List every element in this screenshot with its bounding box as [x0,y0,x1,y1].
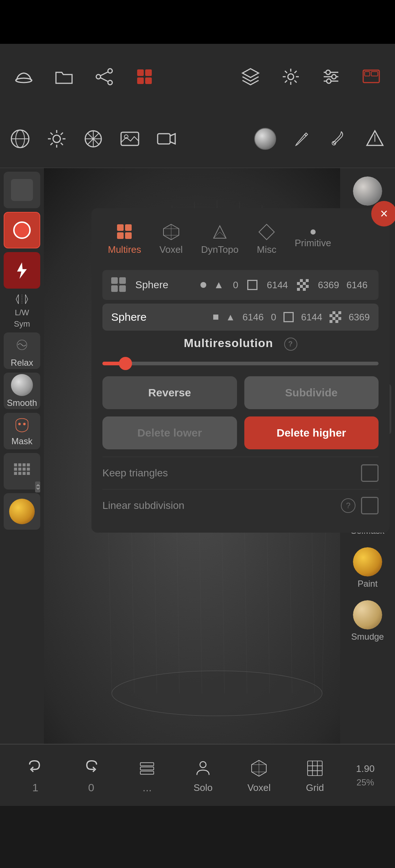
svg-rect-93 [119,277,126,284]
solo-label: Solo [193,782,212,793]
delete-lower-button[interactable]: Delete lower [102,416,237,449]
reverse-button[interactable]: Reverse [102,376,237,409]
left-tool-1[interactable] [4,172,40,208]
smooth-label: Smooth [7,398,37,408]
svg-rect-81 [117,232,124,239]
close-button[interactable]: × [371,201,395,226]
bottom-solo[interactable]: Solo [175,745,231,806]
triangle-nav-icon[interactable] [362,126,388,152]
multires-popup: × Multires [91,208,390,533]
svg-point-99 [200,761,206,768]
left-tool-sphere-gold[interactable] [4,493,40,530]
svg-text:...: ... [142,83,147,87]
sun-icon[interactable] [44,126,69,152]
help-icon-title[interactable]: ? [284,338,297,351]
linear-subdivision-checkbox[interactable] [361,497,379,514]
svg-rect-75 [23,472,26,475]
svg-rect-70 [18,468,21,471]
voxel-bottom-label: Voxel [247,782,271,793]
scene-icon[interactable] [358,64,384,90]
slider-thumb[interactable] [119,357,132,370]
primitive-tab-label: Primitive [295,237,331,249]
grid-view-icon[interactable] [7,126,33,152]
bottom-voxel[interactable]: Voxel [231,745,287,806]
keep-triangles-checkbox[interactable] [361,464,379,482]
share-icon[interactable] [91,64,117,90]
eyedrop-icon[interactable] [326,126,351,152]
sphere-row[interactable]: Sphere ▲ 0 6144 6369 6146 [102,270,379,300]
folder-icon[interactable] [51,64,77,90]
tab-misc[interactable]: Misc [251,219,282,259]
top-bar [0,0,395,44]
bottom-layers[interactable]: ... [119,745,175,806]
slider-container[interactable] [102,358,379,369]
svg-marker-60 [26,294,28,304]
svg-line-4 [101,72,108,76]
pen-icon[interactable] [289,126,315,152]
selected-sphere-name: Sphere [111,311,206,323]
svg-rect-76 [27,472,30,475]
svg-rect-73 [14,472,17,475]
undo-icon [24,757,46,778]
tab-dyntopo[interactable]: DynTopo [196,219,244,259]
svg-point-17 [332,75,336,79]
multires-tab-icon [116,223,134,241]
relax-label: Relax [11,358,33,368]
svg-rect-41 [158,134,170,144]
bottom-grid[interactable]: Grid [287,745,343,806]
main-area: L/W Sym Relax Smooth Mask [0,168,395,806]
subdivide-button[interactable]: Subdivide [244,376,379,409]
layers-red-icon[interactable]: ... [132,64,157,90]
svg-line-33 [50,143,53,145]
sym-label: Sym [14,319,30,329]
sliders-icon[interactable] [318,64,344,90]
undo-count: 1 [32,781,38,794]
svg-point-25 [53,135,60,142]
svg-rect-21 [371,72,378,76]
svg-marker-58 [17,262,27,279]
sel-num-1: 0 [271,312,276,323]
left-tool-2[interactable] [4,212,40,248]
delete-higher-button[interactable]: Delete higher [244,416,379,449]
svg-rect-69 [14,468,17,471]
svg-rect-74 [18,472,21,475]
redo-icon [80,757,102,778]
buttons-row-1: Reverse Subdivide [102,376,379,409]
bottom-redo[interactable]: 0 [63,745,119,806]
slider-track[interactable] [102,362,379,365]
left-tool-relax[interactable]: Relax [4,332,40,369]
settings-icon[interactable] [278,64,304,90]
tab-voxel[interactable]: Voxel [154,219,188,259]
left-tool-lightning[interactable] [4,252,40,289]
sel-num-3: 6369 [349,312,370,323]
video-icon[interactable] [154,126,179,152]
tab-primitive[interactable]: Primitive [289,226,337,252]
left-tool-lw-sym[interactable]: L/W Sym [4,292,40,329]
bottom-undo[interactable]: 1 [7,745,63,806]
brush-ball-icon[interactable] [252,126,278,152]
paint-ball-icon [353,547,382,576]
paint-label: Paint [358,579,378,589]
linear-subdivision-help-icon[interactable]: ? [341,498,356,513]
svg-rect-80 [125,224,132,231]
layers2-icon[interactable] [238,64,263,90]
svg-rect-92 [111,277,118,284]
svg-rect-68 [27,463,30,466]
sel-num-0: 6146 [242,312,264,323]
right-tool-paint[interactable]: Paint [344,542,391,594]
hat-icon[interactable] [11,64,37,90]
left-tool-seldots[interactable] [4,453,40,490]
left-tool-smooth[interactable]: Smooth [4,373,40,409]
zoom-value: 1.90 [356,763,375,774]
image-icon[interactable] [117,126,143,152]
popup-tabs: Multires Voxel [102,219,379,259]
right-tool-smudge[interactable]: Smudge [344,595,391,647]
option-linear-subdivision: Linear subdivision ? [102,489,379,522]
left-tool-mask[interactable]: Mask [4,413,40,449]
selected-sphere-row[interactable]: Sphere ▲ 6146 0 6144 6369 [102,304,379,331]
voxel-tab-label: Voxel [159,244,183,255]
left-panel: L/W Sym Relax Smooth Mask [0,168,44,806]
aperture-icon[interactable] [80,126,106,152]
svg-rect-67 [23,463,26,466]
tab-multires[interactable]: Multires [102,219,147,259]
